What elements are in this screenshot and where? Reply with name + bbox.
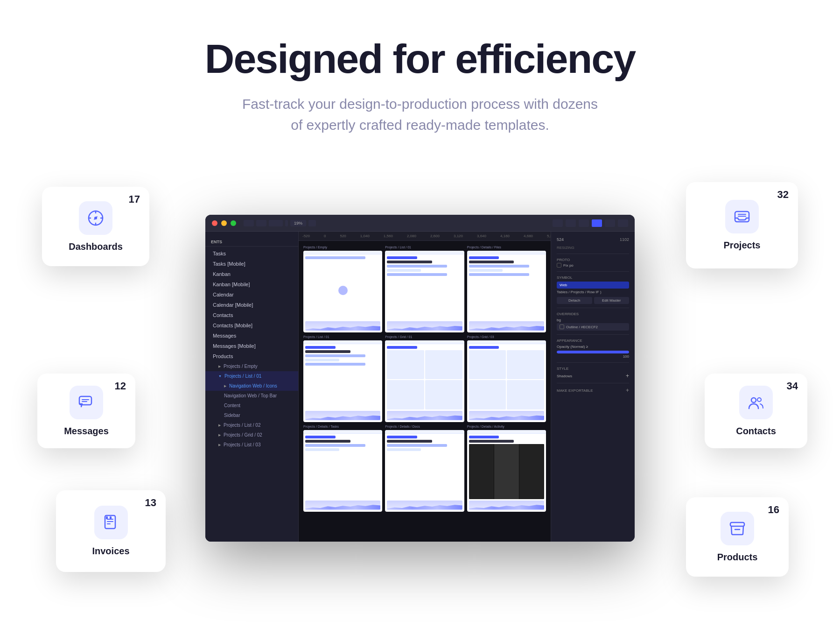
card-invoices[interactable]: 13 Invoices [56, 490, 166, 572]
shadows-label: Shadows [557, 374, 572, 378]
panel-divider-3 [557, 308, 629, 308]
card-messages[interactable]: 12 Messages [37, 374, 135, 448]
svg-rect-10 [110, 516, 112, 519]
svg-point-15 [757, 398, 761, 402]
frame-details-files [467, 251, 546, 332]
ruler-label-1560: 1,560 [384, 234, 393, 238]
frame-list-01b [303, 340, 382, 422]
frame-list-01 [385, 251, 464, 332]
sidebar-projects-empty[interactable]: ▶ Projects / Empty [205, 361, 298, 371]
svg-point-14 [751, 398, 756, 402]
card-projects[interactable]: 32 Projects [686, 182, 798, 268]
sidebar-calendar[interactable]: Calendar [205, 289, 298, 300]
sidebar-sidebar[interactable]: Sidebar [205, 410, 298, 420]
products-icon-wrap [721, 512, 754, 545]
ruler-label-3640: 3,640 [477, 234, 486, 238]
sidebar-tasks-mobile[interactable]: Tasks [Mobile] [205, 259, 298, 269]
products-count: 16 [768, 504, 779, 516]
panel-divider-2 [557, 271, 629, 272]
frame-grid-03 [467, 340, 546, 422]
sidebar-projects-grid-02[interactable]: ▶ Projects / Grid / 02 [205, 430, 298, 440]
panel-divider-5 [557, 362, 629, 363]
titlebar-close [212, 220, 217, 226]
horizontal-ruler: -520 0 520 1,040 1,560 2,080 2,600 3,120… [299, 232, 551, 241]
expand-icon: ▶ [218, 365, 221, 368]
app-titlebar: 19% [205, 215, 635, 232]
sidebar-projects-grid-01[interactable]: ▶ Navigation Web / Icons [205, 381, 298, 391]
sidebar-contacts[interactable]: Contacts [205, 310, 298, 320]
invoice-icon [102, 514, 120, 531]
sidebar-projects-list-01[interactable]: ▼ Projects / List / 01 [205, 371, 298, 381]
panel-divider-4 [557, 334, 629, 335]
sidebar-contacts-mobile[interactable]: Contacts [Mobile] [205, 320, 298, 331]
ruler-label-2600: 2,600 [430, 234, 440, 238]
inbox-icon [733, 208, 751, 226]
sidebar-messages[interactable]: Messages [205, 331, 298, 341]
add-export-button[interactable]: + [626, 387, 629, 394]
expand-icon-4: ▶ [218, 423, 221, 427]
app-canvas: -520 0 520 1,040 1,560 2,080 2,600 3,120… [299, 232, 551, 542]
sidebar-messages-mobile[interactable]: Messages [Mobile] [205, 341, 298, 351]
frame-grid-01 [385, 340, 464, 422]
ruler-label-5200: 5,200 [547, 234, 551, 238]
titlebar-maximize [231, 220, 236, 226]
canvas-area: Projects / Empty Projects / List / 01 Pr… [299, 241, 551, 542]
sidebar-tasks[interactable]: Tasks [205, 248, 298, 259]
svg-rect-16 [730, 522, 744, 526]
ruler-label-2080: 2,080 [407, 234, 416, 238]
card-contacts[interactable]: 34 Contacts [705, 374, 807, 448]
ruler-label-4160: 4,160 [500, 234, 510, 238]
ruler-label-4680: 4,680 [524, 234, 533, 238]
archive-icon [728, 520, 746, 537]
invoices-label: Invoices [92, 546, 129, 557]
titlebar-controls [553, 219, 628, 227]
invoices-icon-wrap [94, 506, 128, 539]
frame-details-docs [385, 430, 464, 512]
sidebar-calendar-mobile[interactable]: Calendar [Mobile] [205, 300, 298, 310]
frame-details-tasks [303, 430, 382, 512]
titlebar-minimize [221, 220, 227, 226]
opacity-bar[interactable] [557, 351, 629, 353]
app-body: ENTS Tasks Tasks [Mobile] Kanban Kanban … [205, 232, 635, 542]
dashboards-count: 17 [129, 193, 140, 205]
frame-empty [303, 251, 382, 332]
sidebar-nav-web-topbar[interactable]: Navigation Web / Top Bar [205, 391, 298, 401]
sidebar-projects-list-03[interactable]: ▶ Projects / List / 03 [205, 440, 298, 450]
projects-icon-wrap [725, 200, 759, 233]
expand-icon-6: ▶ [218, 443, 221, 447]
ruler-label-520: 520 [340, 234, 346, 238]
compass-icon [87, 209, 105, 227]
ruler-label-0: 0 [324, 234, 326, 238]
dashboards-icon-wrap [79, 201, 112, 235]
hero-subtitle: Fast-track your design-to-production pro… [238, 93, 602, 135]
expand-icon-2: ▼ [218, 374, 222, 378]
panel-divider-1 [557, 254, 629, 254]
sidebar-kanban-mobile[interactable]: Kanban [Mobile] [205, 279, 298, 289]
app-sidebar: ENTS Tasks Tasks [Mobile] Kanban Kanban … [205, 232, 299, 542]
products-label: Products [717, 552, 758, 563]
projects-count: 32 [777, 189, 789, 201]
contacts-label: Contacts [736, 426, 776, 437]
card-products[interactable]: 16 Products [686, 497, 789, 577]
messages-label: Messages [64, 426, 109, 437]
card-dashboards[interactable]: 17 Dashboards [42, 187, 149, 266]
sidebar-products[interactable]: Products [205, 351, 298, 361]
sidebar-kanban[interactable]: Kanban [205, 269, 298, 279]
projects-label: Projects [724, 240, 761, 251]
sidebar-content[interactable]: Content [205, 401, 298, 410]
sidebar-projects-list-02[interactable]: ▶ Projects / List / 02 [205, 420, 298, 430]
content-area: 17 Dashboards 12 [23, 173, 817, 584]
app-right-panel: 524 1102 RESIZING PROTO Fix po SYMBOL We… [551, 232, 635, 542]
hero-title: Designed for efficiency [205, 37, 635, 80]
chat-icon [77, 394, 95, 411]
add-shadow-button[interactable]: + [626, 373, 629, 379]
page-wrapper: Designed for efficiency Fast-track your … [0, 0, 840, 635]
detach-button[interactable]: Detach [557, 297, 592, 304]
users-icon [747, 394, 765, 411]
ruler-label: -520 [302, 234, 310, 238]
edit-master-button[interactable]: Edit Master [594, 297, 630, 304]
messages-count: 12 [115, 380, 126, 392]
ruler-label-1040: 1,040 [360, 234, 370, 238]
contacts-icon-wrap [739, 386, 773, 419]
expand-icon-5: ▶ [218, 433, 221, 437]
